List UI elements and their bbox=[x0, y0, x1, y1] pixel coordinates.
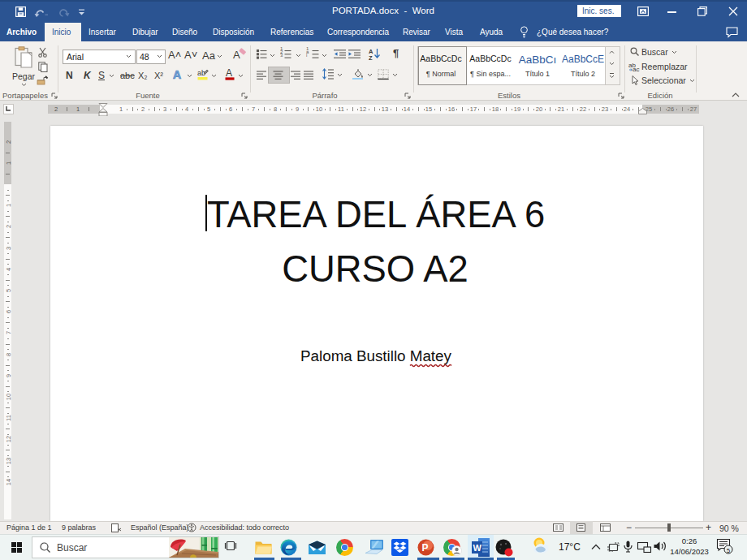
svg-text:P: P bbox=[422, 542, 429, 554]
svg-text:ac: ac bbox=[633, 66, 639, 73]
svg-text:5: 5 bbox=[727, 547, 731, 554]
svg-text:Z: Z bbox=[369, 54, 373, 62]
svg-text:W: W bbox=[473, 543, 482, 553]
svg-text:A: A bbox=[226, 67, 232, 79]
